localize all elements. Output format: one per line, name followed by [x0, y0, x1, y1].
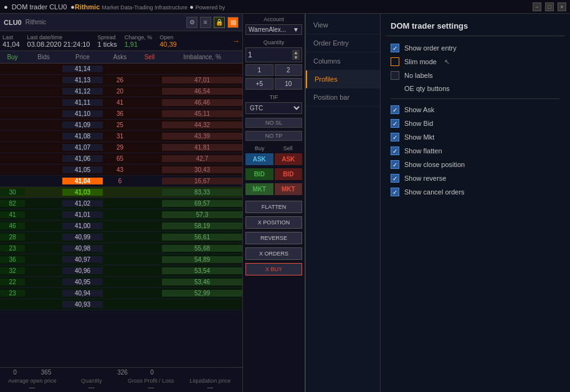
- table-row[interactable]: 2340,9452,99: [0, 288, 242, 299]
- show-ask-row: ✓ Show Ask: [386, 103, 565, 117]
- price-cell: 40,94: [62, 290, 103, 297]
- no-labels-checkbox[interactable]: [391, 71, 399, 80]
- dom-broker: Rithmic: [26, 19, 46, 26]
- asks-cell: 6: [103, 178, 137, 184]
- qty-1-button[interactable]: 1: [245, 64, 273, 76]
- nav-order-entry[interactable]: Order Entry: [306, 34, 380, 52]
- dom-symbol: CLU0: [4, 19, 22, 26]
- oe-qty-row: OE qty buttons: [386, 82, 565, 95]
- title-bar-text: DOM trader CLU0: [12, 3, 67, 11]
- show-reverse-checkbox[interactable]: ✓: [391, 174, 399, 183]
- show-ask-checkbox[interactable]: ✓: [391, 105, 399, 114]
- show-cancel-orders-checkbox[interactable]: ✓: [391, 188, 399, 196]
- flatten-button[interactable]: FLATTEN: [245, 201, 302, 213]
- table-row[interactable]: 41,04616,67: [0, 176, 242, 187]
- table-row[interactable]: 40,93: [0, 299, 242, 310]
- imbalance-cell: 44,32: [162, 122, 242, 128]
- price-cell: 41,11: [62, 99, 103, 106]
- column-headers: Buy Bids Price Asks Sell Imbalance, %: [0, 51, 242, 64]
- table-row[interactable]: 8241,0269,57: [0, 198, 242, 209]
- maximize-button[interactable]: □: [545, 2, 554, 11]
- table-row[interactable]: 41,092544,32: [0, 120, 242, 131]
- quantity-label: Quantity: [245, 39, 302, 45]
- minimize-button[interactable]: −: [533, 2, 541, 11]
- buy-bid-button[interactable]: BID: [245, 168, 273, 180]
- no-tp-button[interactable]: NO TP: [245, 131, 302, 141]
- x-position-button[interactable]: X POSITION: [245, 216, 302, 229]
- table-row[interactable]: 2340,9855,68: [0, 243, 242, 254]
- price-cell: 41,12: [62, 88, 103, 95]
- show-close-position-checkbox[interactable]: ✓: [391, 160, 399, 169]
- show-close-position-label: Show close position: [404, 161, 465, 168]
- table-row[interactable]: 41,103645,11: [0, 108, 242, 120]
- show-flatten-row: ✓ Show flatten: [386, 144, 565, 158]
- price-cell: 41,07: [62, 144, 103, 151]
- buy-ask-button[interactable]: ASK: [245, 153, 273, 165]
- show-order-entry-checkbox[interactable]: ✓: [391, 44, 399, 52]
- price-cell: 40,99: [62, 234, 103, 241]
- imbalance-cell: 47,01: [162, 77, 242, 84]
- no-sl-button[interactable]: NO SL: [245, 118, 302, 128]
- nav-profiles[interactable]: Profiles: [306, 70, 380, 88]
- footer-price: [65, 369, 105, 376]
- imbalance-cell: 52,99: [162, 290, 242, 297]
- table-row[interactable]: 3041,0383,33: [0, 187, 242, 198]
- table-row[interactable]: 2240,9553,46: [0, 277, 242, 288]
- table-row[interactable]: 41,14: [0, 64, 242, 75]
- checkmark-close-pos-icon: ✓: [392, 161, 397, 168]
- nav-columns[interactable]: Columns: [306, 52, 380, 70]
- account-selector[interactable]: WarrenAlex... ▼: [245, 24, 302, 35]
- table-row[interactable]: 41,122046,54: [0, 86, 242, 97]
- sell-bid-button[interactable]: BID: [275, 168, 303, 180]
- close-button[interactable]: ×: [558, 2, 566, 11]
- dom-header: CLU0 Rithmic ⚙ ≡ 🔒 ▤: [0, 14, 242, 31]
- show-mkt-checkbox[interactable]: ✓: [391, 133, 399, 141]
- cursor-indicator: ↖: [444, 58, 450, 66]
- show-flatten-checkbox[interactable]: ✓: [391, 146, 399, 155]
- lock-icon[interactable]: 🔒: [214, 17, 225, 28]
- menu-icon[interactable]: ▤: [227, 17, 239, 28]
- col-bids: Bids: [25, 52, 62, 62]
- columns-icon[interactable]: ≡: [200, 17, 211, 28]
- qty-5-button[interactable]: +5: [245, 78, 273, 90]
- nav-view[interactable]: View: [306, 16, 380, 34]
- imbalance-cell: 55,68: [162, 245, 242, 252]
- buy-cell: 41: [0, 211, 25, 218]
- table-row[interactable]: 3640,9754,89: [0, 254, 242, 265]
- table-row[interactable]: 41,132647,01: [0, 75, 242, 86]
- checkmark-bid-icon: ✓: [392, 120, 397, 127]
- spread-label: Spread: [97, 34, 116, 41]
- table-row[interactable]: 4141,0157,3: [0, 209, 242, 221]
- change-label: Change, %: [125, 34, 153, 41]
- reverse-button[interactable]: REVERSE: [245, 232, 302, 244]
- order-entry-panel: Account WarrenAlex... ▼ Quantity 1 ▲ ▼ 1…: [243, 14, 305, 392]
- table-row[interactable]: 2840,9956,61: [0, 232, 242, 243]
- table-row[interactable]: 41,072941,81: [0, 142, 242, 153]
- table-row[interactable]: 3240,9653,54: [0, 265, 242, 277]
- x-buy-button[interactable]: X BUY: [245, 263, 302, 275]
- footer-qty-val: ---: [62, 384, 121, 391]
- asks-cell: 31: [103, 133, 137, 140]
- quantity-down[interactable]: ▼: [292, 55, 300, 60]
- settings-title: DOM trader settings: [386, 19, 565, 36]
- settings-icon[interactable]: ⚙: [186, 17, 197, 28]
- table-row[interactable]: 41,066542,7: [0, 153, 242, 165]
- table-row[interactable]: 41,083143,39: [0, 131, 242, 142]
- asks-cell: 65: [103, 155, 137, 162]
- x-orders-button[interactable]: X ORDERS: [245, 247, 302, 260]
- table-row[interactable]: 41,054330,43: [0, 165, 242, 176]
- sell-ask-button[interactable]: ASK: [275, 153, 303, 165]
- slim-mode-checkbox[interactable]: [391, 57, 399, 66]
- tif-select[interactable]: GTC DAY IOC: [245, 102, 302, 114]
- buy-cell: 28: [0, 234, 25, 241]
- table-row[interactable]: 4641,0058,19: [0, 221, 242, 232]
- qty-10-button[interactable]: 10: [275, 78, 303, 90]
- nav-position-bar[interactable]: Position bar: [306, 88, 380, 107]
- show-order-entry-row: ✓ Show order entry: [386, 41, 565, 55]
- show-bid-checkbox[interactable]: ✓: [391, 119, 399, 128]
- slim-mode-label: Slim mode: [404, 58, 437, 65]
- sell-mkt-button[interactable]: MKT: [275, 183, 303, 195]
- qty-2-button[interactable]: 2: [275, 64, 303, 76]
- buy-mkt-button[interactable]: MKT: [245, 183, 273, 195]
- table-row[interactable]: 41,114146,46: [0, 97, 242, 108]
